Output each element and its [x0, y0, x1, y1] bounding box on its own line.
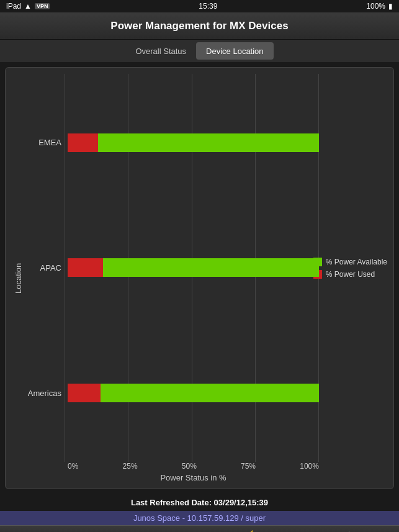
devices-icon: ▦	[44, 530, 56, 532]
tab-overall-status[interactable]: Overall Status	[125, 42, 196, 60]
x-axis: 0% 25% 50% 75% 100% Power Status in %	[27, 462, 387, 482]
bar-row-apac: APAC	[27, 243, 387, 292]
bar-label-emea: EMEA	[27, 138, 68, 147]
x-tick-25: 25%	[123, 462, 138, 471]
bar-row-emea: EMEA	[27, 118, 387, 168]
bar-green-emea	[98, 133, 319, 152]
x-tick-50: 50%	[182, 462, 197, 471]
bar-track-emea	[68, 133, 319, 152]
page-title: Power Management for MX Devices	[110, 20, 288, 32]
main-content: Location EMEA	[5, 67, 394, 489]
server-info: Junos Space - 10.157.59.129 / super	[0, 511, 399, 525]
tab-device-location[interactable]: Device Location	[196, 42, 274, 60]
chart-plot: EMEA APAC Americas	[27, 74, 387, 462]
nav-item-power[interactable]: ⚡ Power	[228, 530, 271, 532]
bar-track-apac	[68, 258, 319, 277]
bar-green-americas	[101, 384, 319, 402]
tab-bar: Overall Status Device Location	[0, 40, 399, 62]
bar-row-americas: Americas	[27, 368, 387, 418]
battery-icon: ▮	[388, 2, 393, 11]
bar-label-americas: Americas	[27, 389, 68, 398]
refresh-info: Last Refreshed Date: 03/29/12,15:39	[0, 494, 399, 511]
bar-red-emea	[68, 133, 98, 152]
x-tick-0: 0%	[68, 462, 78, 471]
bar-label-apac: APAC	[27, 263, 68, 273]
battery-label: 100%	[366, 2, 385, 11]
x-axis-label: Power Status in %	[68, 473, 319, 482]
carrier-label: iPad	[6, 2, 21, 11]
about-icon: ℹ	[347, 530, 352, 532]
status-bar: iPad ▲ VPN 15:39 100% ▮	[0, 0, 399, 12]
bar-red-americas	[68, 384, 101, 402]
nav-item-alarms[interactable]: ⚠ Alarms	[128, 530, 171, 532]
power-icon: ⚡	[241, 530, 257, 532]
vpn-badge: VPN	[35, 3, 50, 9]
nav-item-devices[interactable]: ▦ Devices	[28, 530, 71, 532]
chart-container: Location EMEA	[12, 74, 387, 482]
x-tick-100: 100%	[300, 462, 319, 471]
chart-wrapper: EMEA APAC Americas	[27, 74, 387, 482]
alarms-icon: ⚠	[144, 530, 155, 532]
bar-red-apac	[68, 258, 103, 277]
server-label: Junos Space - 10.157.59.129 / super	[133, 513, 266, 523]
title-bar: Power Management for MX Devices	[0, 12, 399, 40]
x-tick-75: 75%	[241, 462, 256, 471]
bottom-nav: ▦ Devices ⚠ Alarms ⚡ Power ℹ About	[0, 525, 399, 532]
refresh-label: Last Refreshed Date: 03/29/12,15:39	[131, 498, 268, 507]
bar-track-americas	[68, 384, 319, 402]
y-axis-label: Location	[12, 74, 24, 482]
wifi-icon: ▲	[24, 2, 32, 11]
bar-green-apac	[103, 258, 319, 277]
x-ticks: 0% 25% 50% 75% 100%	[68, 462, 319, 471]
time-display: 15:39	[199, 2, 217, 11]
nav-item-about[interactable]: ℹ About	[328, 530, 371, 532]
